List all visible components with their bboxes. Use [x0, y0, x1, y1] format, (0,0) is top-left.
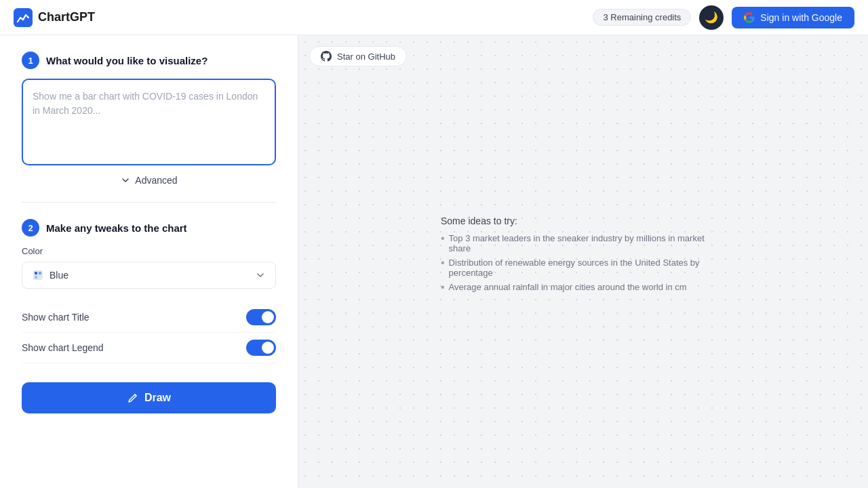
- ideas-box: Some ideas to try: Top 3 market leaders …: [441, 216, 726, 293]
- svg-rect-1: [33, 270, 43, 280]
- palette-icon: [32, 269, 44, 281]
- toggle-row: Show chart Title: [22, 302, 276, 333]
- step2-header: 2 Make any tweaks to the chart: [22, 219, 276, 237]
- svg-rect-5: [39, 276, 41, 279]
- draw-button[interactable]: Draw: [22, 382, 276, 413]
- toggle-button[interactable]: [246, 309, 276, 325]
- step2-section: 2 Make any tweaks to the chart Color Blu…: [22, 219, 276, 289]
- header-right: 3 Remaining credits 🌙 Sign in with Googl…: [593, 5, 854, 30]
- ideas-title: Some ideas to try:: [441, 216, 726, 226]
- color-label: Color: [22, 246, 276, 256]
- color-select[interactable]: Blue: [22, 262, 276, 289]
- draw-label: Draw: [144, 392, 171, 404]
- moon-icon: 🌙: [705, 11, 718, 24]
- github-button[interactable]: Star on GitHub: [309, 46, 407, 66]
- draw-icon: [127, 392, 139, 404]
- toggle-label: Show chart Title: [22, 312, 90, 323]
- svg-rect-2: [35, 272, 37, 274]
- divider: [22, 202, 276, 203]
- svg-rect-4: [35, 276, 37, 279]
- color-selected-value: Blue: [50, 270, 68, 281]
- step1-header: 1 What would you like to visualize?: [22, 52, 276, 69]
- visualize-input[interactable]: [22, 79, 276, 165]
- chevron-down-icon: [120, 175, 131, 186]
- ideas-list-item: Average annual rainfall in major cities …: [441, 282, 726, 293]
- ideas-list-item: Top 3 market leaders in the sneaker indu…: [441, 233, 726, 253]
- advanced-toggle-button[interactable]: Advanced: [22, 175, 276, 186]
- step1-title: What would you like to visualize?: [46, 55, 208, 66]
- sign-in-button[interactable]: Sign in with Google: [732, 7, 854, 28]
- svg-rect-3: [39, 272, 41, 274]
- main-layout: 1 What would you like to visualize? Adva…: [0, 35, 868, 488]
- logo-text: ChartGPT: [38, 10, 95, 24]
- ideas-list-item: Distribution of renewable energy sources…: [441, 258, 726, 278]
- logo: ChartGPT: [14, 8, 95, 27]
- header: ChartGPT 3 Remaining credits 🌙 Sign in w…: [0, 0, 868, 35]
- step1-circle: 1: [22, 52, 39, 69]
- step2-circle: 2: [22, 219, 39, 237]
- advanced-label: Advanced: [135, 175, 177, 186]
- sign-in-label: Sign in with Google: [760, 12, 842, 23]
- color-select-left: Blue: [32, 269, 68, 281]
- chartgpt-logo-icon: [14, 8, 33, 27]
- dark-mode-button[interactable]: 🌙: [699, 5, 724, 30]
- toggle-button[interactable]: [246, 340, 276, 356]
- svg-rect-0: [14, 8, 33, 27]
- ideas-list: Top 3 market leaders in the sneaker indu…: [441, 233, 726, 293]
- right-panel: Star on GitHub Some ideas to try: Top 3 …: [298, 35, 868, 488]
- github-icon: [321, 51, 332, 62]
- credits-badge: 3 Remaining credits: [593, 9, 691, 26]
- left-panel: 1 What would you like to visualize? Adva…: [0, 35, 298, 488]
- step2-title: Make any tweaks to the chart: [46, 222, 187, 234]
- google-icon: [744, 12, 755, 23]
- toggle-row: Show chart Legend: [22, 333, 276, 363]
- github-label: Star on GitHub: [337, 52, 395, 62]
- toggle-label: Show chart Legend: [22, 342, 104, 353]
- toggle-rows: Show chart TitleShow chart Legend: [22, 302, 276, 363]
- chevron-down-icon: [255, 270, 266, 281]
